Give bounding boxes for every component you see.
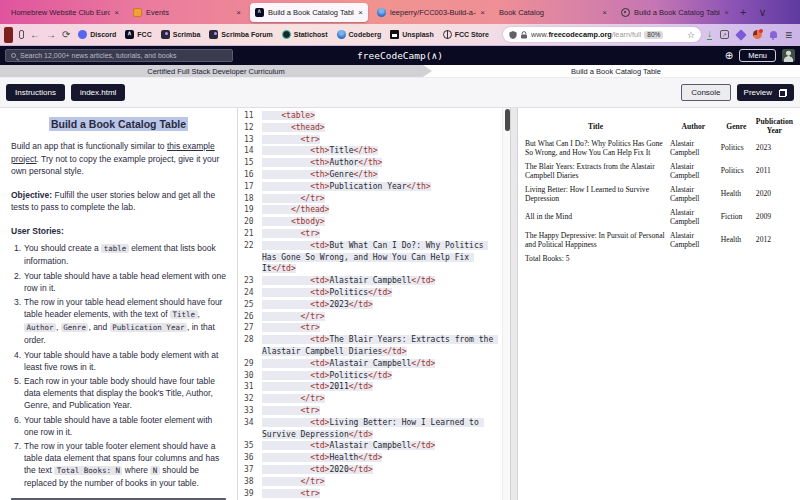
- code-line[interactable]: 11 <table>: [238, 110, 502, 122]
- history-icon[interactable]: ↗: [720, 30, 729, 39]
- code-line[interactable]: 20 <tbody>: [238, 216, 502, 228]
- bookmark-item[interactable]: Codeberg: [337, 30, 382, 39]
- forward-icon[interactable]: →: [46, 30, 56, 40]
- code-line[interactable]: 27 <tr>: [238, 322, 502, 334]
- preview-button[interactable]: Preview: [737, 84, 794, 101]
- bookmark-item[interactable]: Statichost: [282, 30, 328, 39]
- story-text: You should create a table element that l…: [24, 242, 226, 267]
- code-line[interactable]: 12 <thead>: [238, 122, 502, 134]
- code-line[interactable]: 23 <td>Alastair Campbell</td>: [238, 275, 502, 287]
- sidebar-toggle-icon[interactable]: [19, 30, 24, 39]
- tab-close-icon[interactable]: ×: [602, 8, 607, 17]
- site-search-input[interactable]: Search 12,000+ news articles, tutorials,…: [5, 49, 233, 62]
- file-tab-index-html[interactable]: index.html: [71, 84, 125, 101]
- preview-button-label: Preview: [744, 88, 772, 97]
- list-item: 3.The row in your table head element sho…: [11, 296, 226, 346]
- code-line[interactable]: 32 </tr>: [238, 393, 502, 405]
- tab-close-icon[interactable]: ×: [358, 8, 363, 17]
- tab-close-icon[interactable]: ×: [480, 8, 485, 17]
- code-lines[interactable]: 11 <table>12 <thead>13 <tr>14 <th>Title<…: [238, 108, 502, 500]
- bookmark-label: Statichost: [294, 31, 328, 38]
- lab-toolbar: Instructions index.html Console Preview: [0, 78, 800, 108]
- code-line[interactable]: 28 <td>The Blair Years: Extracts from th…: [238, 334, 502, 358]
- code-line[interactable]: 34 <td>Living Better: How I Learned to S…: [238, 417, 502, 441]
- story-text: The row in your table footer element sho…: [24, 440, 226, 489]
- list-number: 4.: [11, 349, 24, 373]
- bookmark-label: FCC Store: [455, 31, 489, 38]
- browser-tab[interactable]: Book Catalog×: [494, 3, 612, 22]
- bookmark-item[interactable]: FCC: [125, 30, 151, 39]
- code-text: <td>The Blair Years: Extracts from the A…: [262, 334, 502, 358]
- notification-bell-icon[interactable]: [770, 31, 777, 38]
- pane-divider[interactable]: [510, 108, 518, 500]
- menu-hamburger-icon[interactable]: ≡: [785, 28, 792, 42]
- calendar-favicon-icon: [133, 8, 142, 17]
- code-line[interactable]: 29 <td>Alastair Campbell</td>: [238, 358, 502, 370]
- instructions-tab-button[interactable]: Instructions: [6, 84, 65, 101]
- browser-tab[interactable]: Build a Book Catalog Table | Le×: [616, 3, 734, 22]
- editor-scrollbar[interactable]: [502, 108, 510, 500]
- browser-tab[interactable]: Build a Book Catalog Table: Bui×: [250, 3, 368, 22]
- code-line[interactable]: 38 </tr>: [238, 476, 502, 488]
- browser-tab[interactable]: Events×: [128, 3, 246, 22]
- code-line[interactable]: 25 <td>2023</td>: [238, 299, 502, 311]
- extension-diamond-icon[interactable]: [735, 29, 746, 40]
- code-line[interactable]: 14 <th>Title</th>: [238, 145, 502, 157]
- code-line[interactable]: 21 <tr>: [238, 228, 502, 240]
- bookmark-item[interactable]: Unsplash: [390, 30, 434, 39]
- tab-list-chevron-icon[interactable]: ∨: [752, 6, 772, 19]
- bookmark-item[interactable]: Scrimba: [161, 30, 201, 39]
- preview-pane: TitleAuthorGenrePublication YearBut What…: [518, 108, 800, 500]
- code-line[interactable]: 36 <td>Health</td>: [238, 452, 502, 464]
- example-project-link[interactable]: this example project: [11, 141, 215, 164]
- code-editor[interactable]: 11 <table>12 <thead>13 <tr>14 <th>Title<…: [238, 108, 510, 500]
- tab-close-icon[interactable]: ×: [114, 8, 119, 17]
- menu-button[interactable]: Menu: [739, 49, 776, 62]
- browser-tab[interactable]: Homebrew Website Club Europe/Lo×: [6, 3, 124, 22]
- code-line[interactable]: 18 </tr>: [238, 193, 502, 205]
- code-line[interactable]: 30 <td>Politics</td>: [238, 370, 502, 382]
- language-globe-icon[interactable]: ⊕: [725, 50, 733, 61]
- container-fox-icon[interactable]: [753, 30, 762, 39]
- reload-icon[interactable]: ⟳: [62, 30, 70, 40]
- download-icon[interactable]: ↓: [707, 30, 712, 40]
- bookmark-item[interactable]: Scrimba Forum: [209, 30, 272, 39]
- back-icon[interactable]: ←: [30, 30, 40, 40]
- code-text: <tr>: [262, 134, 502, 146]
- url-bar[interactable]: www.freecodecamp.org/learn/full 80% ☆: [503, 27, 701, 42]
- code-line[interactable]: 26 </tr>: [238, 311, 502, 323]
- line-number: 27: [238, 322, 262, 334]
- code-line[interactable]: 17 <th>Publication Year</th>: [238, 181, 502, 193]
- code-line[interactable]: 31 <td>2011</td>: [238, 381, 502, 393]
- tab-close-icon[interactable]: ×: [724, 8, 729, 17]
- bookmark-star-icon[interactable]: ☆: [687, 30, 695, 40]
- breadcrumb-lab[interactable]: Build a Book Catalog Table: [432, 65, 800, 77]
- code-line[interactable]: 16 <th>Genre</th>: [238, 169, 502, 181]
- code-line[interactable]: 24 <td>Politics</td>: [238, 287, 502, 299]
- code-line[interactable]: 13 <tr>: [238, 134, 502, 146]
- new-tab-button[interactable]: +: [734, 6, 752, 18]
- code-line[interactable]: 37 <td>2020</td>: [238, 464, 502, 476]
- bookmark-item[interactable]: FCC Store: [443, 30, 489, 39]
- breadcrumb-curriculum[interactable]: Certified Full Stack Developer Curriculu…: [0, 65, 432, 77]
- console-button[interactable]: Console: [681, 84, 730, 101]
- tab-close-icon[interactable]: ×: [236, 8, 241, 17]
- list-number: 5.: [11, 375, 24, 411]
- browser-tab[interactable]: leeperry/FCC003-Build-a-book×: [372, 3, 490, 22]
- code-line[interactable]: 35 <td>Alastair Campbell</td>: [238, 440, 502, 452]
- code-text: <td>2011</td>: [262, 381, 502, 393]
- line-number: 34: [238, 417, 262, 441]
- line-number: 18: [238, 193, 262, 205]
- scrollbar-thumb[interactable]: [505, 109, 510, 131]
- avatar[interactable]: [782, 49, 795, 62]
- preview-col-header: Genre: [719, 116, 754, 136]
- code-text: <td>But What Can I Do?: Why Politics Has…: [262, 240, 502, 275]
- code-line[interactable]: 33 <tr>: [238, 405, 502, 417]
- code-line[interactable]: 22 <td>But What Can I Do?: Why Politics …: [238, 240, 502, 275]
- shield-icon[interactable]: [509, 31, 517, 39]
- code-line[interactable]: 15 <th>Author</th>: [238, 157, 502, 169]
- bookmark-item[interactable]: Discord: [78, 30, 116, 39]
- zoom-level-badge[interactable]: 80%: [644, 31, 663, 39]
- code-line[interactable]: 39 <tr>: [238, 488, 502, 500]
- code-line[interactable]: 19 </thead>: [238, 204, 502, 216]
